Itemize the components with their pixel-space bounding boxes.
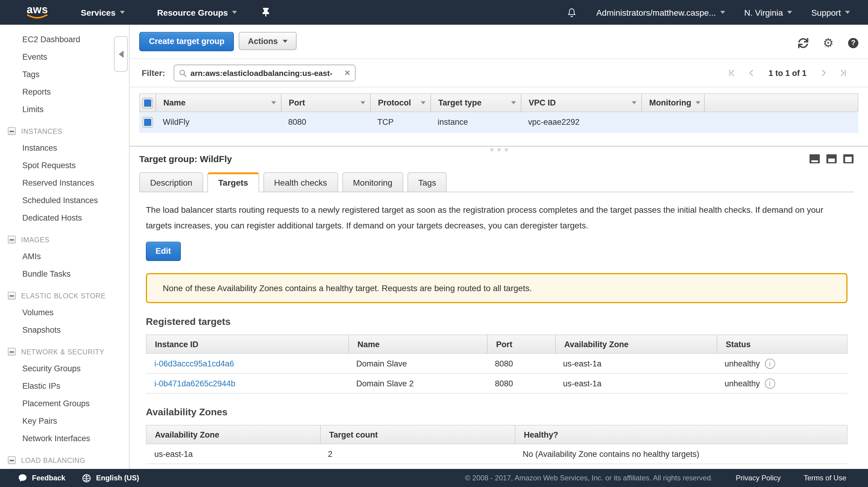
pane-splitter: [130, 146, 868, 147]
feedback-label: Feedback: [32, 474, 65, 482]
prev-page-button[interactable]: [747, 68, 756, 78]
sidebar-item-security-groups[interactable]: Security Groups: [0, 360, 129, 377]
user-menu[interactable]: Administrators/matthew.caspe...: [596, 7, 725, 17]
privacy-policy-link[interactable]: Privacy Policy: [736, 474, 781, 482]
sidebar-item-reserved-instances[interactable]: Reserved Instances: [0, 174, 129, 192]
instance-id-link[interactable]: i-06d3accc95a1cd4a6: [154, 359, 234, 368]
filter-search-input[interactable]: arn:aws:elasticloadbalancing:us-east-: [174, 64, 355, 81]
chevron-right-icon: [818, 68, 828, 78]
table-row-wildfly[interactable]: WildFly 8080 TCP instance vpc-eaae2292: [139, 112, 858, 132]
sidebar-item-volumes[interactable]: Volumes: [0, 304, 129, 321]
targets-tab-content: The load balancer starts routing request…: [130, 202, 868, 464]
sidebar-item-elastic-ips[interactable]: Elastic IPs: [0, 377, 129, 395]
column-label: VPC ID: [529, 98, 556, 107]
splitter-drag-handle[interactable]: [490, 148, 507, 151]
sidebar-item-events[interactable]: Events: [0, 48, 129, 66]
info-icon[interactable]: [765, 358, 775, 369]
instance-id-link[interactable]: i-0b471da6265c2944b: [154, 379, 236, 388]
detail-title: Target group: WildFly: [139, 154, 232, 164]
settings-button[interactable]: [823, 37, 834, 49]
footer-right: © 2008 - 2017, Amazon Web Services, Inc.…: [465, 474, 846, 482]
tab-description[interactable]: Description: [139, 172, 203, 192]
availability-zones-header: Availability Zone Target count Healthy?: [146, 425, 847, 444]
collapse-section-icon[interactable]: [8, 236, 16, 243]
sidebar-section-network-security: NETWORK & SECURITY: [0, 343, 129, 360]
sidebar-section-images: IMAGES: [0, 232, 129, 248]
sort-caret-icon: [632, 101, 637, 104]
row-checkbox[interactable]: [143, 117, 152, 127]
registered-targets-heading: Registered targets: [146, 316, 847, 327]
column-header-monitoring[interactable]: Monitoring: [642, 94, 705, 112]
sidebar-collapse-handle[interactable]: [114, 36, 128, 72]
tab-health-checks[interactable]: Health checks: [263, 172, 338, 192]
sidebar-item-limits[interactable]: Limits: [0, 101, 129, 118]
first-page-button[interactable]: [727, 68, 737, 78]
region-label: N. Virginia: [744, 7, 783, 17]
tab-targets[interactable]: Targets: [207, 172, 259, 192]
edit-button[interactable]: Edit: [146, 242, 181, 261]
column-header-vpc-id[interactable]: VPC ID: [521, 94, 642, 112]
feedback-button[interactable]: Feedback: [18, 474, 65, 482]
warning-banner: None of these Availability Zones contain…: [146, 273, 847, 303]
clear-filter-icon[interactable]: [344, 68, 350, 78]
sidebar-item-placement-groups[interactable]: Placement Groups: [0, 395, 129, 412]
cell-port: 8080: [487, 354, 555, 373]
info-icon[interactable]: [765, 378, 775, 389]
refresh-button[interactable]: [798, 38, 808, 48]
support-menu[interactable]: Support: [811, 7, 850, 17]
notifications-button[interactable]: [567, 7, 577, 18]
section-label: NETWORK & SECURITY: [21, 348, 104, 355]
cell-availability-zone: us-east-1a: [146, 444, 319, 463]
sidebar-item-load-balancers[interactable]: Load Balancers: [0, 468, 129, 469]
collapse-section-icon[interactable]: [8, 348, 16, 356]
column-header-availability-zone: Availability Zone: [555, 335, 717, 353]
tab-tags[interactable]: Tags: [407, 172, 447, 192]
terms-of-use-link[interactable]: Terms of Use: [804, 474, 846, 482]
sidebar-item-dedicated-hosts[interactable]: Dedicated Hosts: [0, 209, 129, 226]
sidebar-item-amis[interactable]: AMIs: [0, 248, 129, 265]
sidebar-item-scheduled-instances[interactable]: Scheduled Instances: [0, 192, 129, 209]
globe-icon: [82, 474, 91, 483]
collapse-section-icon[interactable]: [8, 456, 16, 464]
sidebar-section-load-balancing: LOAD BALANCING: [0, 452, 129, 468]
column-header-name[interactable]: Name: [156, 94, 281, 112]
layout-full-pane-icon[interactable]: [843, 154, 854, 163]
pin-shortcut-button[interactable]: [262, 8, 270, 17]
collapse-section-icon[interactable]: [8, 127, 16, 135]
sidebar-item-reports[interactable]: Reports: [0, 83, 129, 101]
language-button[interactable]: English (US): [82, 474, 139, 483]
sidebar-section-elastic-block-store: ELASTIC BLOCK STORE: [0, 287, 129, 304]
tab-monitoring[interactable]: Monitoring: [342, 172, 403, 192]
sidebar-item-snapshots[interactable]: Snapshots: [0, 321, 129, 339]
sidebar-item-ec2-dashboard[interactable]: EC2 Dashboard: [0, 31, 129, 48]
section-label: INSTANCES: [21, 127, 62, 135]
aws-logo[interactable]: aws: [27, 6, 48, 19]
chevron-down-icon: [845, 11, 850, 14]
last-page-button[interactable]: [838, 68, 847, 78]
column-header-port[interactable]: Port: [281, 94, 371, 112]
filter-label: Filter:: [142, 68, 165, 78]
sidebar-item-key-pairs[interactable]: Key Pairs: [0, 412, 129, 430]
cell-port: 8080: [487, 374, 555, 393]
last-page-icon: [838, 68, 847, 78]
column-header-protocol[interactable]: Protocol: [371, 94, 431, 112]
region-menu[interactable]: N. Virginia: [744, 7, 792, 17]
sidebar-item-bundle-tasks[interactable]: Bundle Tasks: [0, 265, 129, 283]
collapse-section-icon[interactable]: [8, 292, 16, 300]
select-all-checkbox[interactable]: [143, 98, 153, 108]
resource-groups-menu[interactable]: Resource Groups: [157, 7, 237, 17]
cell-status: unhealthy: [716, 354, 847, 373]
sidebar-item-spot-requests[interactable]: Spot Requests: [0, 157, 129, 174]
actions-button[interactable]: Actions: [239, 32, 297, 50]
help-button[interactable]: [848, 38, 858, 48]
layout-small-pane-icon[interactable]: [809, 154, 820, 163]
support-label: Support: [811, 7, 841, 17]
next-page-button[interactable]: [818, 68, 828, 78]
column-header-target-type[interactable]: Target type: [431, 94, 521, 112]
create-target-group-button[interactable]: Create target group: [139, 32, 234, 51]
sidebar-item-network-interfaces[interactable]: Network Interfaces: [0, 430, 129, 447]
layout-half-pane-icon[interactable]: [827, 154, 837, 163]
sidebar-item-instances[interactable]: Instances: [0, 139, 129, 157]
services-menu[interactable]: Services: [81, 7, 124, 17]
sidebar-item-tags[interactable]: Tags: [0, 66, 129, 83]
